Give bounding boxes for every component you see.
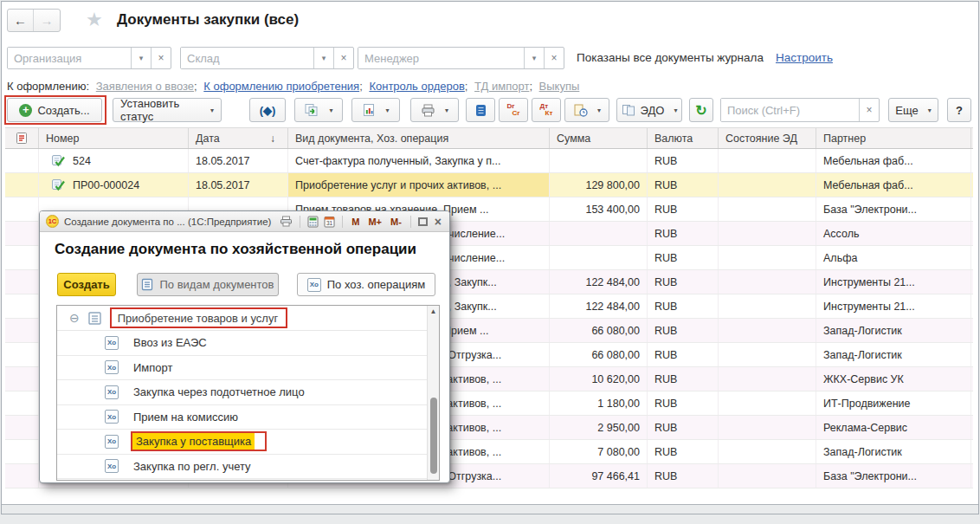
calculator-icon[interactable] (307, 216, 319, 228)
tree-item[interactable]: Хо Закупка по регл. учету (57, 455, 439, 480)
row-sum-cell (550, 222, 648, 245)
refresh-button[interactable]: ↻ (689, 98, 713, 122)
print-button[interactable]: ▾ (410, 98, 459, 122)
row-marker-cell (5, 343, 39, 366)
create-button-label: Создать... (37, 104, 89, 117)
quick-link[interactable]: К оформлению приобретения (203, 80, 359, 93)
create-document-dialog: 1С Создание документа по ... (1С:Предпри… (39, 210, 450, 483)
tree-item[interactable]: Хо Прием на комиссию (57, 405, 439, 430)
tree-scrollbar[interactable]: ▲ (427, 306, 439, 480)
tree-item[interactable]: Хо Закупка у поставщика (57, 430, 439, 455)
journal-column-header[interactable] (5, 128, 39, 148)
quick-link[interactable]: Контроль ордеров (369, 80, 464, 93)
row-partner-cell: Запад-Логистик (816, 319, 971, 342)
row-sum-cell: 66 080,00 (550, 319, 648, 342)
row-ed-state-cell (719, 440, 816, 463)
tree-item-label: Закупка по регл. учету (132, 458, 252, 475)
row-marker-cell (5, 367, 39, 391)
row-partner-cell: Альфа (816, 246, 971, 269)
maximize-icon[interactable] (418, 217, 428, 226)
manager-input[interactable] (358, 48, 524, 68)
back-button[interactable]: ← (8, 10, 34, 31)
reports-button[interactable]: ▾ (351, 98, 400, 122)
row-partner-cell: Инструменты 21... (816, 294, 971, 318)
memory-m-minus-button[interactable]: M- (389, 217, 403, 227)
dt-kt-button[interactable]: ДтКт (532, 98, 561, 122)
deferred-documents-button[interactable]: ▾ (564, 98, 609, 122)
forward-button[interactable]: → (34, 10, 60, 31)
search-input[interactable] (721, 99, 859, 121)
help-button[interactable]: ? (947, 98, 971, 122)
table-header: Номер Дата↓ Вид документа, Хоз. операция… (5, 127, 973, 149)
tree-group-row[interactable]: ⊖ Приобретение товаров и услуг (57, 306, 439, 331)
dr-cr-icon: DrCr (507, 103, 520, 117)
column-header-partner[interactable]: Партнер (816, 128, 971, 148)
more-button[interactable]: Еще ▾ (888, 98, 938, 122)
separator: ; (529, 80, 535, 93)
column-header-ed-state[interactable]: Состояние ЭД (719, 128, 816, 148)
by-operations-button[interactable]: Хо По хоз. операциям (297, 273, 435, 296)
tree-item[interactable]: Хо Закупка через подотчетное лицо (57, 380, 439, 405)
clear-search-icon[interactable]: × (859, 99, 879, 121)
scrollbar-thumb[interactable] (430, 398, 437, 474)
memory-m-button[interactable]: M (350, 217, 361, 227)
row-date-cell: 18.05.2017 (189, 173, 288, 197)
row-marker-cell (5, 222, 39, 245)
by-document-types-button[interactable]: По видам документов (137, 273, 279, 296)
chevron-down-icon[interactable]: ▾ (131, 48, 151, 68)
svg-text:31: 31 (326, 220, 333, 226)
create-based-on-button[interactable]: ▾ (294, 98, 343, 122)
dialog-titlebar[interactable]: 1С Создание документа по ... (1С:Предпри… (40, 211, 449, 232)
table-row[interactable]: ПР00-000024 18.05.2017 Приобретение услу… (5, 173, 973, 197)
quick-link: Выкупы (539, 80, 580, 93)
chevron-down-icon[interactable]: ▾ (313, 48, 333, 68)
dialog-create-button[interactable]: Создать (57, 273, 116, 296)
chevron-down-icon: ▾ (597, 107, 601, 114)
row-sum-cell: 153 400,00 (550, 197, 648, 221)
back-arrow-icon: ← (14, 13, 27, 28)
dr-cr-button[interactable]: DrCr (499, 98, 528, 122)
clear-icon[interactable]: × (544, 48, 564, 68)
row-doc-cell: Счет-фактура полученный, Закупка у п... (288, 149, 550, 172)
memory-m-plus-button[interactable]: M+ (366, 217, 384, 227)
red-annotation-box: Приобретение товаров и услуг (110, 307, 287, 328)
column-header-date[interactable]: Дата↓ (189, 128, 288, 148)
search-box: × (720, 98, 880, 122)
window-bottom-band (2, 504, 978, 514)
organization-input[interactable] (8, 48, 131, 68)
warehouse-input[interactable] (181, 48, 313, 68)
column-header-sum[interactable]: Сумма (550, 128, 648, 148)
registrar-list-button[interactable] (466, 98, 495, 122)
column-header-doc[interactable]: Вид документа, Хоз. операция (288, 128, 550, 148)
separator: ; (359, 80, 365, 93)
edo-button[interactable]: ЭДО ▾ (616, 98, 682, 122)
collapse-icon[interactable]: ⊖ (69, 312, 80, 324)
chevron-down-icon: ▾ (445, 107, 448, 114)
chevron-down-icon[interactable]: ▾ (524, 48, 544, 68)
tree-items: Хо Ввоз из ЕАЭС Хо Импорт Хо Закупка чер… (57, 331, 439, 479)
close-icon[interactable]: × (433, 215, 443, 229)
post-document-button[interactable]: (◆) (249, 98, 286, 122)
tree-item[interactable]: Хо Импорт (57, 356, 439, 381)
clear-icon[interactable]: × (333, 48, 353, 68)
row-marker-cell (5, 416, 39, 439)
create-button[interactable]: + Создать... (7, 98, 102, 122)
favorite-star-icon[interactable]: ★ (86, 9, 103, 31)
notice-text: Показаны все документы журнала (577, 51, 764, 64)
calendar-icon[interactable]: 31 (324, 216, 335, 228)
row-partner-cell: Реклама-Сервис (816, 416, 971, 439)
set-status-button[interactable]: Установить статус ▾ (113, 98, 222, 122)
operation-icon: Хо (105, 410, 119, 424)
scroll-up-icon[interactable]: ▲ (428, 307, 439, 315)
configure-link[interactable]: Настроить (776, 51, 833, 64)
column-header-number[interactable]: Номер (39, 128, 189, 148)
tree-item[interactable]: Хо Ввоз из ЕАЭС (57, 331, 439, 356)
row-partner-cell: Мебельная фаб... (816, 149, 971, 172)
column-header-currency[interactable]: Валюта (648, 128, 719, 148)
tree-item-label-wrap: Ввоз из ЕАЭС (132, 334, 208, 351)
application-window: ← → ★ Документы закупки (все) ▾ × ▾ × ▾ … (0, 0, 980, 524)
row-currency-cell: RUB (648, 222, 719, 245)
clear-icon[interactable]: × (151, 48, 171, 68)
table-row[interactable]: 524 18.05.2017 Счет-фактура полученный, … (5, 149, 973, 173)
printer-icon[interactable] (280, 216, 293, 227)
